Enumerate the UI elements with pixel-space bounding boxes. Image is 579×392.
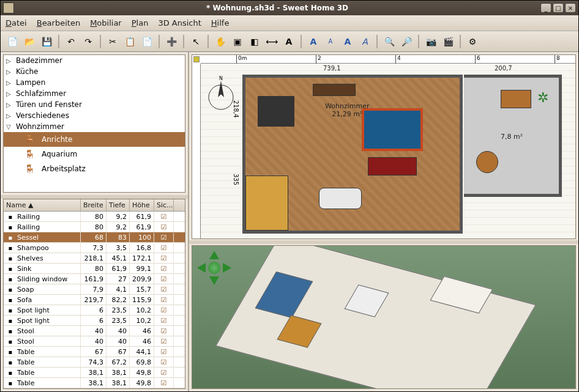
table-row[interactable]: ▪Spot light623,510,2☑ bbox=[4, 305, 185, 316]
visible-checkbox[interactable]: ☑ bbox=[154, 337, 174, 346]
table-row[interactable]: ▪Spot light623,510,2☑ bbox=[4, 316, 185, 326]
preferences-button[interactable]: ⚙ bbox=[465, 34, 480, 50]
zoom-in-button[interactable]: 🔍 bbox=[381, 34, 397, 50]
plan-view-2d[interactable]: 0m 2 4 6 8 N 739,1 200,7 218,4 335 bbox=[192, 54, 576, 239]
close-button[interactable]: ✕ bbox=[565, 3, 576, 13]
catalog-category[interactable]: ▷Küche bbox=[4, 66, 185, 77]
undo-button[interactable]: ↶ bbox=[63, 34, 79, 50]
carpet[interactable] bbox=[362, 108, 423, 151]
select-tool[interactable]: ↖ bbox=[188, 34, 204, 50]
open-button[interactable]: 📂 bbox=[21, 34, 37, 50]
visible-checkbox[interactable]: ☑ bbox=[154, 212, 174, 221]
text-italic-button[interactable]: A bbox=[357, 34, 373, 50]
minimize-button[interactable]: _ bbox=[540, 3, 551, 13]
col-sichtbar[interactable]: Sic... bbox=[154, 199, 174, 211]
zoom-out-button[interactable]: 🔎 bbox=[398, 34, 414, 50]
create-dim-tool[interactable]: ⟷ bbox=[264, 34, 280, 50]
visible-checkbox[interactable]: ☑ bbox=[154, 306, 174, 315]
visible-checkbox[interactable]: ☑ bbox=[154, 368, 174, 377]
copy-button[interactable]: 📋 bbox=[122, 34, 138, 50]
visible-checkbox[interactable]: ☑ bbox=[154, 285, 174, 294]
visible-checkbox[interactable]: ☑ bbox=[154, 264, 174, 273]
table-row[interactable]: ▪Railing809,261,9☑ bbox=[4, 212, 185, 222]
nav-center-icon[interactable] bbox=[208, 262, 220, 274]
nav-right-icon[interactable] bbox=[223, 263, 231, 273]
table-row[interactable]: ▪Soap7,94,115,7☑ bbox=[4, 284, 185, 295]
text-inc-button[interactable]: A bbox=[305, 34, 321, 50]
menu-3dansicht[interactable]: 3D Ansicht bbox=[158, 18, 201, 28]
table-body[interactable]: ▪Railing809,261,9☑▪Railing809,261,9☑▪Ses… bbox=[4, 212, 185, 388]
furniture-catalog[interactable]: ▷Badezimmer▷Küche▷Lampen▷Schlafzimmer▷Tü… bbox=[3, 54, 185, 193]
titlebar[interactable]: * Wohnung.sh3d - Sweet Home 3D _ □ ✕ bbox=[1, 1, 578, 15]
save-button[interactable]: 💾 bbox=[39, 34, 54, 50]
visible-checkbox[interactable]: ☑ bbox=[154, 295, 174, 305]
table-row[interactable]: ▪Shampoo7,33,516,8☑ bbox=[4, 243, 185, 253]
furniture-table[interactable]: Name ▲ Breite Tiefe Höhe Sic... ▪Railing… bbox=[3, 199, 185, 389]
catalog-category[interactable]: ▷Türen und Fenster bbox=[4, 99, 185, 110]
text-dec-button[interactable]: A bbox=[323, 34, 338, 50]
table-row[interactable]: ▪Sofa219,782,2115,9☑ bbox=[4, 295, 185, 305]
create-wall-tool[interactable]: ▣ bbox=[230, 34, 245, 50]
create-room-tool[interactable]: ◧ bbox=[247, 34, 263, 50]
table-header[interactable]: Name ▲ Breite Tiefe Höhe Sic... bbox=[4, 199, 185, 212]
col-tiefe[interactable]: Tiefe bbox=[106, 199, 130, 211]
table-row[interactable]: ▪Sliding window161,927209,9☑ bbox=[4, 274, 185, 284]
menu-bearbeiten[interactable]: Bearbeiten bbox=[37, 18, 80, 28]
view-3d[interactable] bbox=[192, 245, 576, 389]
menu-hilfe[interactable]: Hilfe bbox=[211, 18, 230, 28]
new-button[interactable]: 📄 bbox=[4, 34, 20, 50]
visible-checkbox[interactable]: ☑ bbox=[154, 243, 174, 253]
table-row[interactable]: ▪Table38,138,149,8☑ bbox=[4, 368, 185, 378]
nav-down-icon[interactable] bbox=[209, 276, 219, 285]
visible-checkbox[interactable]: ☑ bbox=[154, 347, 174, 357]
paste-button[interactable]: 📄 bbox=[139, 34, 155, 50]
menu-datei[interactable]: Datei bbox=[6, 18, 27, 28]
catalog-category-expanded[interactable]: ▽Wohnzimmer bbox=[4, 121, 185, 132]
nav-left-icon[interactable] bbox=[197, 263, 206, 273]
redo-button[interactable]: ↷ bbox=[80, 34, 96, 50]
col-hoehe[interactable]: Höhe bbox=[130, 199, 154, 211]
table-row[interactable]: ▪Stool404046☑ bbox=[4, 336, 185, 347]
menu-plan[interactable]: Plan bbox=[132, 18, 149, 28]
table-row[interactable]: ▪Railing809,261,9☑ bbox=[4, 222, 185, 232]
visible-checkbox[interactable]: ☑ bbox=[154, 379, 174, 388]
pan-tool[interactable]: ✋ bbox=[212, 34, 228, 50]
right-splitter[interactable] bbox=[189, 240, 578, 244]
table-row[interactable]: ▪Sessel6883100☑ bbox=[4, 232, 185, 243]
catalog-category[interactable]: ▷Verschiedenes bbox=[4, 110, 185, 121]
table-row[interactable]: ▪Table38,138,149,8☑ bbox=[4, 378, 185, 388]
menu-mobiliar[interactable]: Mobiliar bbox=[90, 18, 122, 28]
visible-checkbox[interactable]: ☑ bbox=[154, 327, 174, 336]
plan-canvas[interactable]: N 739,1 200,7 218,4 335 Wohnzimmer bbox=[201, 64, 575, 239]
catalog-category[interactable]: ▷Schlafzimmer bbox=[4, 88, 185, 99]
catalog-item[interactable]: 🪑Aquarium bbox=[4, 147, 185, 161]
photo-button[interactable]: 📷 bbox=[423, 34, 439, 50]
catalog-category[interactable]: ▷Lampen bbox=[4, 77, 185, 88]
catalog-category[interactable]: ▷Badezimmer bbox=[4, 55, 185, 66]
text-bold-button[interactable]: A bbox=[340, 34, 356, 50]
maximize-button[interactable]: □ bbox=[553, 3, 564, 13]
furn-round-table[interactable] bbox=[476, 151, 498, 173]
visible-checkbox[interactable]: ☑ bbox=[154, 358, 174, 367]
visible-checkbox[interactable]: ☑ bbox=[154, 254, 174, 263]
furn-sofa[interactable] bbox=[368, 157, 417, 176]
col-breite[interactable]: Breite bbox=[81, 199, 106, 211]
video-button[interactable]: 🎬 bbox=[440, 34, 456, 50]
catalog-item[interactable]: 🪑Arbeitsplatz bbox=[4, 161, 185, 176]
plant-icon[interactable]: ✲ bbox=[537, 90, 548, 105]
table-row[interactable]: ▪Table74,367,269,8☑ bbox=[4, 357, 185, 368]
furn-lounger[interactable] bbox=[501, 90, 531, 108]
room-main[interactable]: Wohnzimmer 21,29 m² bbox=[242, 75, 463, 234]
table-row[interactable]: ▪Table676744,1☑ bbox=[4, 347, 185, 357]
create-text-tool[interactable]: A bbox=[281, 34, 297, 50]
visible-checkbox[interactable]: ☑ bbox=[154, 223, 174, 232]
room-balcony[interactable]: 7,8 m² ✲ bbox=[464, 75, 562, 197]
furn-bed[interactable] bbox=[245, 176, 288, 231]
add-furniture-button[interactable]: ➕ bbox=[163, 34, 179, 50]
furn-shelves[interactable] bbox=[313, 84, 356, 96]
catalog-item[interactable]: 🪑Anrichte bbox=[4, 132, 185, 147]
furn-bathtub[interactable] bbox=[319, 188, 362, 209]
cut-button[interactable]: ✂ bbox=[105, 34, 121, 50]
table-row[interactable]: ▪Stool404046☑ bbox=[4, 326, 185, 336]
col-name[interactable]: Name ▲ bbox=[4, 199, 81, 211]
